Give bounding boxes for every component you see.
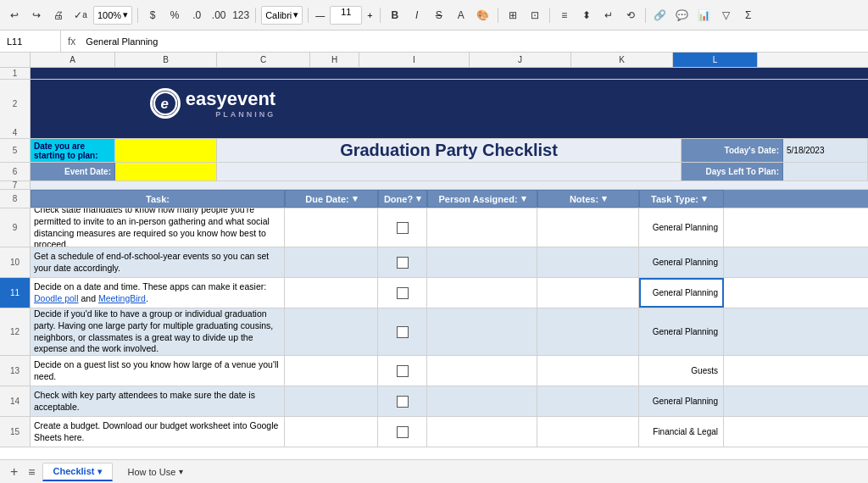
tab-how-to-use-dropdown[interactable]: ▾ — [179, 467, 183, 476]
notes-filter-icon[interactable]: ▾ — [602, 193, 607, 204]
row-11-checkbox[interactable] — [397, 287, 409, 299]
date-start-value[interactable] — [115, 139, 217, 162]
formula-content[interactable]: General Planning — [82, 36, 868, 47]
row-10-person[interactable] — [427, 247, 537, 277]
tab-how-to-use[interactable]: How to Use ▾ — [116, 463, 194, 481]
function-button[interactable]: Σ — [739, 6, 758, 25]
row-14-person[interactable] — [427, 386, 537, 416]
decimal-inc-button[interactable]: .00 — [209, 6, 228, 25]
row-11-type[interactable]: General Planning — [639, 278, 724, 308]
comment-button[interactable]: 💬 — [673, 6, 692, 25]
borders-button[interactable]: ⊞ — [504, 6, 522, 25]
row-10-type[interactable]: General Planning — [639, 247, 724, 277]
text-rotation-button[interactable]: ⟲ — [621, 6, 640, 25]
row-10-due[interactable] — [285, 247, 378, 277]
row-14-task[interactable]: Check with key party attendees to make s… — [31, 386, 285, 416]
row-11-due[interactable] — [285, 278, 378, 308]
row-12-checkbox[interactable] — [397, 326, 409, 338]
row-13-due[interactable] — [285, 356, 378, 386]
filter-button[interactable]: ▽ — [717, 6, 736, 25]
row-9-type[interactable]: General Planning — [639, 208, 724, 247]
row-9-due[interactable] — [285, 208, 378, 247]
row-15-type[interactable]: Financial & Legal — [639, 417, 724, 447]
row-12-notes[interactable] — [537, 308, 639, 355]
col-c-header[interactable]: C — [217, 53, 310, 67]
highlight-button[interactable]: 🎨 — [474, 6, 492, 25]
undo-button[interactable]: ↩ — [5, 6, 24, 25]
row-11-notes[interactable] — [537, 278, 639, 308]
halign-button[interactable]: ≡ — [555, 6, 574, 25]
row-12-task[interactable]: Decide if you'd like to have a group or … — [31, 308, 285, 355]
sheets-menu-button[interactable]: ≡ — [25, 465, 38, 479]
row-11-person[interactable] — [427, 278, 537, 308]
row-14-due[interactable] — [285, 386, 378, 416]
doodle-poll-link[interactable]: Doodle poll — [34, 293, 79, 303]
valign-button[interactable]: ⬍ — [577, 6, 596, 25]
col-a-header[interactable]: A — [31, 53, 115, 67]
date-start-label[interactable]: Date you are starting to plan: — [31, 139, 115, 162]
italic-button[interactable]: I — [408, 6, 426, 25]
col-j-header[interactable]: J — [470, 53, 571, 67]
text-color-button[interactable]: A — [452, 6, 470, 25]
print-button[interactable]: 🖨 — [49, 6, 68, 25]
row-13-type[interactable]: Guests — [639, 356, 724, 386]
row-12-due[interactable] — [285, 308, 378, 355]
row-13-done[interactable] — [378, 356, 427, 386]
due-date-filter-icon[interactable]: ▾ — [353, 193, 358, 204]
row-15-task[interactable]: Create a budget. Download our budget wor… — [31, 417, 285, 447]
row-12-type[interactable]: General Planning — [639, 308, 724, 355]
today-date-value[interactable]: 5/18/2023 — [783, 139, 868, 162]
done-filter-icon[interactable]: ▾ — [416, 193, 421, 204]
row-10-checkbox[interactable] — [397, 257, 409, 269]
row-15-checkbox[interactable] — [397, 426, 409, 438]
row-15-done[interactable] — [378, 417, 427, 447]
row-11-done[interactable] — [378, 278, 427, 308]
row-10-task[interactable]: Get a schedule of end-of-school-year eve… — [31, 247, 285, 277]
task-type-filter-icon[interactable]: ▾ — [702, 193, 707, 204]
row-14-type[interactable]: General Planning — [639, 386, 724, 416]
col-b-header[interactable]: B — [115, 53, 217, 67]
col-h-header[interactable]: H — [310, 53, 359, 67]
decimal-dec-button[interactable]: .0 — [187, 6, 206, 25]
row-9-person[interactable] — [427, 208, 537, 247]
row-14-notes[interactable] — [537, 386, 639, 416]
merge-button[interactable]: ⊡ — [526, 6, 544, 25]
row-13-person[interactable] — [427, 356, 537, 386]
chart-button[interactable]: 📊 — [695, 6, 714, 25]
bold-button[interactable]: B — [386, 6, 404, 25]
person-filter-icon[interactable]: ▾ — [521, 193, 526, 204]
days-left-value[interactable] — [783, 163, 868, 180]
row-15-due[interactable] — [285, 417, 378, 447]
row-13-notes[interactable] — [537, 356, 639, 386]
row-10-notes[interactable] — [537, 247, 639, 277]
row-13-checkbox[interactable] — [397, 365, 409, 377]
row-10-done[interactable] — [378, 247, 427, 277]
row-14-done[interactable] — [378, 386, 427, 416]
tab-checklist[interactable]: Checklist ▾ — [42, 463, 114, 481]
row-9-checkbox[interactable] — [397, 222, 409, 234]
col-k-header[interactable]: K — [571, 53, 673, 67]
row-12-person[interactable] — [427, 308, 537, 355]
tab-checklist-dropdown[interactable]: ▾ — [97, 467, 102, 476]
col-i-header[interactable]: I — [359, 53, 470, 67]
zoom-select[interactable]: 100% ▾ — [93, 6, 132, 25]
add-sheet-button[interactable]: + — [7, 464, 21, 480]
format-num-button[interactable]: 123 — [231, 6, 250, 25]
col-l-header[interactable]: L — [673, 53, 758, 67]
row-9-done[interactable] — [378, 208, 427, 247]
row-15-person[interactable] — [427, 417, 537, 447]
row-9-task[interactable]: Check state mandates to know how many pe… — [31, 208, 285, 247]
row-12-done[interactable] — [378, 308, 427, 355]
row-9-notes[interactable] — [537, 208, 639, 247]
font-size-input[interactable]: 11 — [330, 6, 362, 25]
strikethrough-button[interactable]: S — [430, 6, 448, 25]
spellcheck-button[interactable]: ✓a — [71, 6, 90, 25]
row-14-checkbox[interactable] — [397, 396, 409, 408]
wrap-button[interactable]: ↵ — [599, 6, 618, 25]
currency-button[interactable]: $ — [143, 6, 162, 25]
event-date-value[interactable] — [115, 163, 217, 180]
percent-button[interactable]: % — [165, 6, 184, 25]
cell-reference[interactable]: L11 — [0, 31, 61, 52]
font-select[interactable]: Calibri ▾ — [261, 6, 303, 25]
meetingbird-link[interactable]: MeetingBird — [98, 293, 146, 303]
